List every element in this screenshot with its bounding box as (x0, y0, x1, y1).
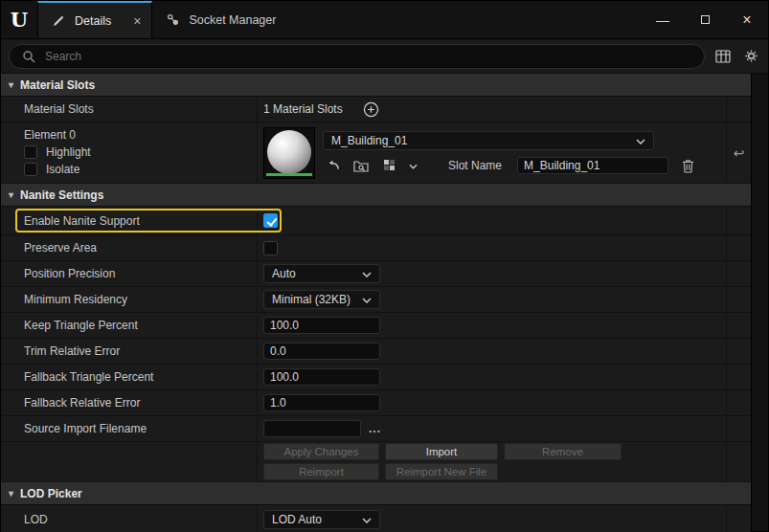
property-label: LOD (1, 505, 258, 532)
material-slots-count: 1 Material Slots (263, 102, 343, 116)
tab-details[interactable]: Details × (37, 1, 152, 38)
remove-button[interactable]: Remove (504, 443, 622, 460)
fallback-relative-error-input[interactable] (263, 394, 380, 411)
isolate-label: Isolate (46, 163, 79, 176)
section-header-lod-picker[interactable]: ▾ LOD Picker (1, 482, 751, 505)
reset-to-default-icon[interactable]: ↩ (734, 145, 745, 161)
view-options-icon[interactable] (713, 50, 733, 63)
row-minimum-residency: Minimum Residency Minimal (32KB) (1, 287, 751, 313)
material-asset-dropdown[interactable]: M_Building_01 (323, 131, 654, 150)
property-label: Preserve Area (1, 235, 258, 260)
minimize-button[interactable]: — (642, 1, 684, 38)
trim-relative-error-input[interactable] (263, 343, 380, 360)
row-source-import-filename: Source Import Filename ... (1, 416, 751, 442)
section-header-material-slots[interactable]: ▾ Material Slots (1, 74, 751, 97)
row-enable-nanite-support: Enable Nanite Support (1, 207, 751, 235)
isolate-checkbox[interactable] (24, 163, 37, 176)
property-label: Source Import Filename (1, 416, 258, 441)
pencil-icon (49, 14, 68, 28)
delete-slot-trash-icon[interactable] (678, 159, 697, 173)
close-button[interactable]: × (726, 1, 768, 38)
slot-name-input[interactable] (517, 157, 668, 174)
row-element-0: Element 0 Highlight Isolate (1, 122, 751, 184)
row-preserve-area: Preserve Area (1, 235, 751, 261)
collapse-caret-icon: ▾ (9, 488, 13, 499)
apply-changes-button[interactable]: Apply Changes (263, 443, 379, 460)
section-title: Nanite Settings (20, 188, 103, 202)
highlight-label: Highlight (46, 145, 91, 159)
material-asset-name: M_Building_01 (331, 134, 407, 147)
browse-to-asset-icon[interactable] (351, 159, 371, 172)
property-label: Material Slots (1, 97, 258, 122)
reimport-button[interactable]: Reimport (263, 463, 379, 480)
tab-socket-manager-label: Socket Manager (189, 13, 276, 27)
minimum-residency-dropdown[interactable]: Minimal (32KB) (263, 290, 380, 309)
section-header-nanite-settings[interactable]: ▾ Nanite Settings (1, 184, 751, 207)
window-controls: — × (642, 1, 768, 38)
chevron-down-icon (362, 267, 372, 280)
property-label: Keep Triangle Percent (1, 313, 258, 338)
title-bar: U Details × Socket Manager — × (1, 1, 768, 39)
reimport-new-file-button[interactable]: Reimport New File (385, 463, 498, 480)
chevron-down-icon[interactable] (409, 159, 418, 172)
property-label: Enable Nanite Support (1, 207, 258, 234)
use-selected-asset-icon[interactable] (323, 160, 342, 171)
dropdown-value: Auto (272, 267, 296, 280)
fallback-triangle-percent-input[interactable] (263, 368, 380, 386)
tab-socket-manager[interactable]: Socket Manager (152, 1, 286, 38)
property-label: Fallback Relative Error (1, 390, 258, 415)
search-input[interactable] (45, 50, 694, 63)
maximize-button[interactable] (684, 1, 726, 38)
tab-details-label: Details (75, 14, 111, 28)
search-icon (19, 50, 38, 63)
material-thumbnail[interactable] (263, 127, 315, 179)
section-title: Material Slots (20, 78, 95, 92)
property-label: Position Precision (1, 261, 258, 286)
row-material-slots: Material Slots 1 Material Slots (1, 97, 751, 122)
slot-name-label: Slot Name (448, 159, 502, 172)
lod-dropdown[interactable]: LOD Auto (263, 510, 380, 529)
position-precision-dropdown[interactable]: Auto (263, 264, 380, 283)
scrollbar-gutter[interactable] (751, 74, 768, 531)
row-keep-triangle-percent: Keep Triangle Percent (1, 313, 751, 339)
row-trim-relative-error: Trim Relative Error (1, 339, 751, 365)
maximize-icon (701, 15, 710, 24)
details-panel-window: U Details × Socket Manager — × (0, 0, 769, 532)
material-color-bar (266, 173, 312, 176)
enable-nanite-checkbox[interactable] (263, 213, 278, 228)
preserve-area-checkbox[interactable] (263, 241, 278, 255)
chevron-down-icon (362, 293, 372, 306)
add-material-slot-icon[interactable] (362, 101, 381, 118)
dropdown-value: Minimal (32KB) (272, 293, 351, 306)
highlight-checkbox[interactable] (24, 145, 37, 159)
socket-manager-icon (163, 12, 182, 27)
settings-gear-icon[interactable] (741, 49, 760, 63)
row-nanite-actions: Apply Changes Import Remove Reimport Rei… (1, 442, 751, 482)
property-label: Fallback Triangle Percent (1, 365, 258, 389)
import-button[interactable]: Import (385, 443, 498, 460)
row-fallback-relative-error: Fallback Relative Error (1, 390, 751, 416)
chevron-down-icon (362, 513, 372, 526)
row-fallback-triangle-percent: Fallback Triangle Percent (1, 365, 751, 390)
source-import-filename-input[interactable] (263, 420, 361, 437)
keep-triangle-percent-input[interactable] (263, 317, 380, 334)
browse-file-button[interactable]: ... (369, 422, 381, 435)
element-label: Element 0 (24, 128, 76, 142)
tab-close-icon[interactable]: × (133, 14, 141, 28)
highlight-row: Highlight (24, 145, 91, 159)
row-lod: LOD LOD Auto (1, 505, 751, 532)
section-title: LOD Picker (20, 487, 82, 500)
chevron-down-icon (636, 134, 645, 147)
asset-picker-options-icon[interactable] (380, 160, 399, 171)
row-position-precision: Position Precision Auto (1, 261, 751, 287)
property-label: Trim Relative Error (1, 339, 258, 364)
collapse-caret-icon: ▾ (9, 189, 13, 200)
property-label: Minimum Residency (1, 287, 258, 312)
unreal-engine-logo-icon: U (1, 1, 37, 38)
search-field[interactable] (9, 44, 705, 69)
collapse-caret-icon: ▾ (9, 79, 13, 90)
search-bar (1, 39, 768, 74)
isolate-row: Isolate (24, 163, 79, 176)
details-content: ▾ Material Slots Material Slots 1 Materi… (1, 74, 768, 531)
material-preview-sphere (267, 130, 311, 174)
